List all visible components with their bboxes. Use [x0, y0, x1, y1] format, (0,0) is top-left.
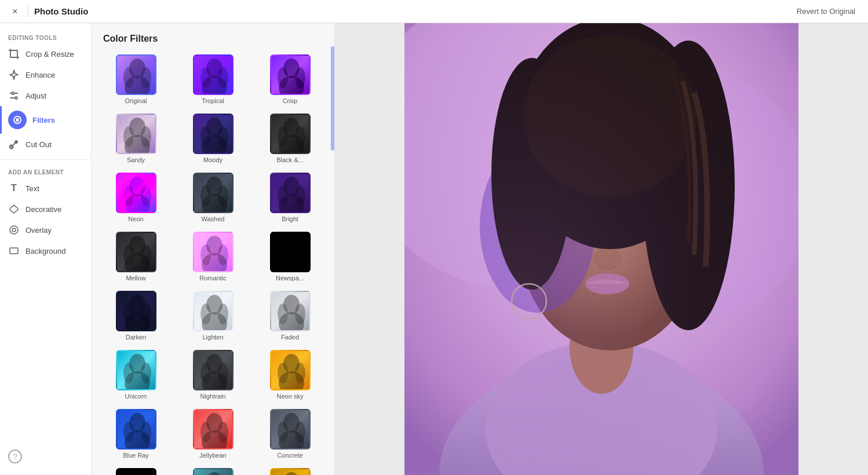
- sidebar-item-overlay[interactable]: Overlay: [0, 220, 91, 240]
- svg-point-12: [200, 67, 211, 88]
- svg-point-37: [218, 185, 228, 206]
- filter-item-darken[interactable]: Darken: [100, 288, 172, 343]
- filter-label-original: Original: [125, 97, 147, 104]
- filter-item-neon[interactable]: Neon: [100, 170, 172, 225]
- filters-active-circle: [8, 111, 27, 129]
- filter-item-crisp[interactable]: Crisp: [254, 52, 326, 107]
- svg-point-76: [278, 363, 288, 383]
- svg-point-1: [16, 119, 19, 121]
- filter-label-concrete: Concrete: [277, 452, 303, 459]
- filter-label-lighten: Lighten: [202, 334, 223, 341]
- filter-label-washed: Washed: [202, 215, 225, 222]
- svg-point-68: [123, 363, 134, 383]
- scroll-thumb[interactable]: [331, 46, 334, 151]
- sidebar-item-cutout[interactable]: Cut Out: [0, 134, 91, 155]
- svg-point-32: [123, 185, 134, 206]
- filters-panel-header: Color Filters: [92, 23, 334, 52]
- filter-item-row8b[interactable]: [177, 466, 249, 475]
- topbar-divider: [28, 6, 28, 17]
- filter-thumb-jellybean: [193, 409, 234, 450]
- filter-item-unicorn[interactable]: Unicorn: [100, 348, 172, 402]
- sidebar-item-crop[interactable]: Crop & Resize: [0, 43, 91, 64]
- svg-point-64: [278, 304, 288, 324]
- svg-point-40: [278, 185, 288, 206]
- sidebar: EDITING TOOLS Crop & Resize Enhance: [0, 23, 92, 475]
- sidebar-item-decorative[interactable]: Decorative: [0, 199, 91, 220]
- filter-label-jellybean: Jellybean: [199, 452, 226, 459]
- filter-thumb-blueray: [116, 409, 156, 450]
- svg-point-73: [218, 363, 228, 383]
- filter-label-darken: Darken: [126, 334, 146, 341]
- filter-thumb-black: [270, 114, 311, 154]
- filters-grid-container[interactable]: Original Tropical Crisp Sandy Moody Blac…: [92, 52, 334, 475]
- filter-item-bright[interactable]: Bright: [254, 170, 326, 225]
- filter-thumb-tropical: [193, 54, 234, 95]
- svg-point-20: [123, 126, 134, 147]
- decorative-icon: [8, 203, 20, 215]
- filter-label-romantic: Romantic: [199, 275, 226, 282]
- svg-point-72: [200, 363, 211, 383]
- sidebar-item-filters[interactable]: Filters: [0, 106, 91, 134]
- filter-item-jellybean[interactable]: Jellybean: [177, 407, 249, 461]
- filter-item-moody[interactable]: Moody: [177, 111, 249, 166]
- svg-point-28: [278, 126, 288, 147]
- scroll-track: [331, 23, 334, 475]
- filter-label-faded: Faded: [281, 334, 299, 341]
- close-button[interactable]: ×: [8, 5, 22, 19]
- filter-item-original[interactable]: Original: [100, 52, 172, 107]
- svg-point-53: [295, 244, 305, 265]
- filter-item-blueray[interactable]: Blue Ray: [100, 407, 172, 461]
- enhance-icon: [8, 69, 20, 81]
- sidebar-cutout-label: Cut Out: [25, 140, 52, 149]
- sidebar-item-adjust[interactable]: Adjust: [0, 85, 91, 106]
- filter-item-sandy[interactable]: Sandy: [100, 111, 172, 166]
- svg-point-13: [218, 67, 228, 88]
- svg-point-17: [295, 67, 305, 88]
- filter-item-row8c[interactable]: [254, 466, 326, 475]
- sidebar-item-background[interactable]: Background: [0, 240, 91, 261]
- svg-point-88: [278, 422, 288, 443]
- filter-thumb-moody: [193, 114, 234, 154]
- svg-point-90: [129, 472, 145, 475]
- app-title: Photo Studio: [34, 6, 88, 16]
- svg-point-25: [218, 126, 228, 147]
- sidebar-text-label: Text: [25, 184, 39, 193]
- help-button[interactable]: ?: [8, 450, 22, 463]
- filter-item-newspaper[interactable]: Newspa...: [254, 229, 326, 284]
- filter-thumb-original: [116, 54, 156, 95]
- revert-to-original-button[interactable]: Revert to Original: [792, 5, 860, 18]
- filter-item-romantic[interactable]: Romantic: [177, 229, 249, 284]
- filter-item-washed[interactable]: Washed: [177, 170, 249, 225]
- overlay-icon: [8, 224, 20, 236]
- svg-point-52: [278, 244, 288, 265]
- filter-item-concrete[interactable]: Concrete: [254, 407, 326, 461]
- sidebar-enhance-label: Enhance: [25, 71, 55, 79]
- filter-label-crisp: Crisp: [283, 97, 298, 104]
- filter-item-neonsky[interactable]: Neon sky: [254, 348, 326, 402]
- sidebar-overlay-label: Overlay: [25, 226, 52, 235]
- svg-point-98: [283, 472, 300, 475]
- svg-point-57: [141, 304, 151, 324]
- filter-item-black[interactable]: Black &...: [254, 111, 326, 166]
- svg-point-89: [295, 422, 305, 443]
- filter-thumb-darken: [116, 291, 156, 331]
- background-icon: [8, 245, 20, 257]
- svg-point-41: [295, 185, 305, 206]
- filter-item-row8a[interactable]: [100, 466, 172, 475]
- sidebar-item-text[interactable]: T Text: [0, 178, 91, 199]
- filter-label-moody: Moody: [203, 156, 223, 163]
- svg-point-56: [123, 304, 134, 324]
- filter-item-lighten[interactable]: Lighten: [177, 288, 249, 343]
- filter-item-tropical[interactable]: Tropical: [177, 52, 249, 107]
- svg-point-60: [200, 304, 211, 324]
- sidebar-item-enhance[interactable]: Enhance: [0, 64, 91, 85]
- filter-thumb-neon: [116, 173, 156, 213]
- svg-point-4: [12, 228, 16, 232]
- filter-item-mellow[interactable]: Mellow: [100, 229, 172, 284]
- svg-rect-5: [10, 248, 18, 254]
- filter-item-faded[interactable]: Faded: [254, 288, 326, 343]
- filter-thumb-neonsky: [270, 350, 311, 390]
- filter-item-nightrain[interactable]: Nightrain: [177, 348, 249, 402]
- preview-portrait: [404, 23, 798, 475]
- filter-label-black: Black &...: [276, 156, 303, 163]
